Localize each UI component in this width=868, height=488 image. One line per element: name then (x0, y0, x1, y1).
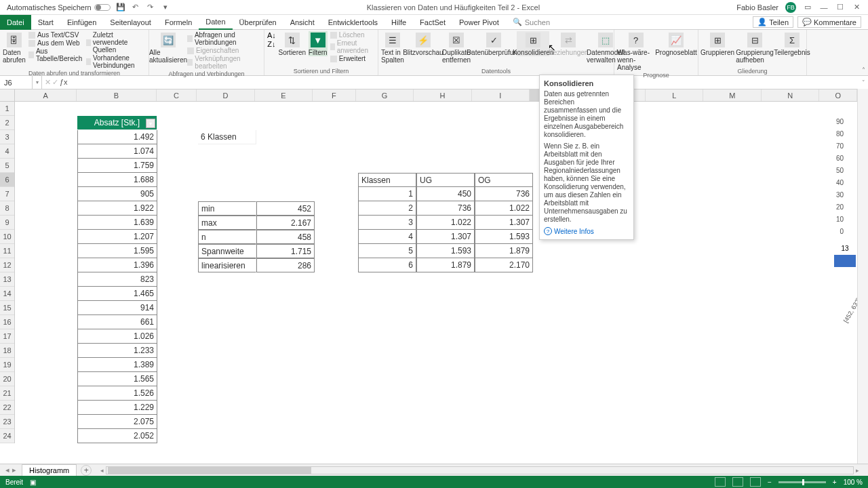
cell[interactable]: 2 (358, 201, 416, 216)
row-header[interactable]: 8 (0, 201, 14, 216)
cell[interactable]: 661 (77, 315, 157, 329)
cell[interactable]: 914 (77, 301, 157, 315)
zoom-in-icon[interactable]: + (833, 479, 837, 486)
from-table[interactable]: Aus Tabelle/Bereich (28, 47, 83, 62)
row-header[interactable]: 17 (0, 329, 14, 344)
tab-power pivot[interactable]: Power Pivot (452, 15, 506, 30)
cell[interactable]: 452 (256, 201, 315, 216)
undo-icon[interactable]: ↶ (131, 3, 140, 12)
cell[interactable]: 1.026 (77, 329, 157, 344)
get-data-button[interactable]: 🗄 Daten abrufen (3, 31, 26, 64)
qat-customize-icon[interactable]: ▾ (161, 3, 170, 12)
cell[interactable]: 2.052 (77, 429, 157, 443)
expand-formula-icon[interactable]: ˅ (859, 79, 868, 86)
cell[interactable]: 458 (256, 230, 315, 244)
forecast-sheet-button[interactable]: 📈Prognoseblatt (657, 31, 695, 56)
row-header[interactable]: 24 (0, 429, 14, 443)
cell[interactable]: n (198, 230, 256, 244)
sort-button[interactable]: ⇅ Sortieren (279, 31, 306, 56)
search-box[interactable]: 🔍 Suchen (506, 18, 550, 26)
col-header[interactable]: D (197, 89, 254, 101)
row-header[interactable]: 13 (0, 272, 14, 287)
queries-connections[interactable]: Abfragen und Verbindungen (187, 31, 261, 46)
vertical-scrollbar[interactable] (857, 89, 868, 464)
cell[interactable]: 1.639 (77, 216, 157, 230)
row-header[interactable]: 2 (0, 116, 14, 130)
cell[interactable]: 2.170 (475, 258, 533, 272)
data-validation-button[interactable]: ✓Datenüberprüfung (473, 31, 514, 56)
cell[interactable]: 1.022 (416, 216, 475, 230)
cell[interactable]: 1.879 (475, 244, 533, 258)
tab-start[interactable]: Start (31, 15, 60, 30)
cell[interactable]: 1.207 (77, 230, 157, 244)
name-box[interactable]: J6 (0, 76, 33, 89)
remove-duplicates-button[interactable]: ☒Duplikate entfernen (442, 31, 471, 64)
ribbon-display-icon[interactable]: ▭ (803, 3, 812, 12)
row-headers[interactable]: 123456789101112131415161718192021222324 (0, 102, 15, 443)
cell[interactable]: 1.593 (475, 230, 533, 244)
consolidate-button[interactable]: ⊞Konsolidieren (517, 31, 549, 56)
cell[interactable]: OG (475, 173, 533, 187)
tab-factset[interactable]: FactSet (413, 15, 452, 30)
cell[interactable]: 736 (416, 201, 475, 216)
group-button[interactable]: ⊞Gruppieren (701, 31, 734, 56)
cell[interactable]: 1.233 (77, 344, 157, 358)
from-web[interactable]: Aus dem Web (28, 39, 83, 47)
recent-sources[interactable]: Zuletzt verwendete Quellen (86, 31, 146, 54)
cell[interactable]: 1.595 (77, 244, 157, 258)
col-header[interactable]: C (157, 89, 197, 101)
flash-fill-button[interactable]: ⚡Blitzvorschau (407, 31, 439, 56)
scroll-thumb[interactable] (108, 467, 311, 474)
cell[interactable]: 1.229 (77, 401, 157, 415)
cell[interactable]: 450 (416, 187, 475, 201)
cell[interactable]: 1.465 (77, 287, 157, 301)
col-header[interactable]: H (414, 89, 471, 101)
row-header[interactable]: 5 (0, 159, 14, 173)
refresh-all-button[interactable]: 🔄 Alle aktualisieren (152, 31, 184, 64)
col-header[interactable]: F (313, 89, 356, 101)
tab-entwicklertools[interactable]: Entwicklertools (321, 15, 384, 30)
col-header[interactable]: I (472, 89, 530, 101)
cell[interactable]: 1.307 (416, 230, 475, 244)
text-to-columns-button[interactable]: ☰Text in Spalten (381, 31, 404, 64)
filter-button[interactable]: ▼ Filtern (309, 31, 328, 56)
select-all-corner[interactable] (0, 89, 15, 102)
redo-icon[interactable]: ↷ (146, 3, 155, 12)
col-header[interactable]: A (15, 89, 77, 101)
cell[interactable]: 2.167 (256, 216, 315, 230)
cell[interactable]: 5 (358, 244, 416, 258)
cell[interactable]: UG (416, 173, 475, 187)
col-header[interactable]: M (703, 89, 761, 101)
row-header[interactable]: 18 (0, 344, 14, 358)
cell[interactable]: 6 Klassen (198, 130, 256, 144)
cell[interactable]: 1.922 (77, 201, 157, 216)
cell[interactable]: max (198, 216, 256, 230)
cell[interactable]: 2.075 (77, 415, 157, 429)
tab-datei[interactable]: Datei (0, 15, 31, 30)
subtotal-button[interactable]: ΣTeilergebnis (776, 31, 808, 56)
cell[interactable]: 1.022 (475, 201, 533, 216)
row-header[interactable]: 12 (0, 258, 14, 272)
zoom-out-icon[interactable]: − (768, 479, 772, 486)
cell[interactable]: 905 (77, 187, 157, 201)
user-badge[interactable]: FB (785, 2, 796, 13)
name-box-dropdown-icon[interactable]: ▾ (33, 76, 42, 89)
scroll-right-icon[interactable]: ▸ (854, 467, 861, 474)
col-header[interactable]: O (819, 89, 857, 101)
row-header[interactable]: 16 (0, 315, 14, 329)
what-if-button[interactable]: ?Was-wäre-wenn-Analyse (617, 31, 654, 71)
cell[interactable]: 1.526 (77, 386, 157, 401)
histogram-chart[interactable]: 9080706050403020100 13 [452, 632] (804, 118, 856, 301)
advanced-filter[interactable]: Erweitert (330, 55, 375, 62)
cell[interactable]: 1.074 (77, 144, 157, 159)
maximize-icon[interactable]: ☐ (835, 3, 845, 12)
zoom-level[interactable]: 100 % (844, 479, 863, 486)
tooltip-more-link[interactable]: ? Weitere Infos (544, 227, 629, 235)
col-header[interactable]: E (255, 89, 313, 101)
comments-button[interactable]: 💬 Kommentare (797, 16, 861, 28)
cells-container[interactable]: Absatz [Stk.]▾1.4921.0741.7591.6889051.9… (15, 102, 857, 449)
from-text-csv[interactable]: Aus Text/CSV (28, 31, 83, 39)
cell[interactable]: min (198, 201, 256, 216)
share-button[interactable]: 👤 Teilen (753, 16, 793, 28)
row-header[interactable]: 20 (0, 372, 14, 386)
